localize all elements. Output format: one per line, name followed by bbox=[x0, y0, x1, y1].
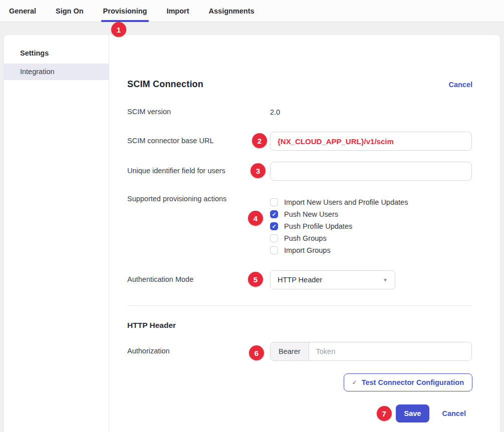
auth-mode-select[interactable]: HTTP Header ▼ bbox=[270, 270, 395, 289]
action-option-label: Push New Users bbox=[284, 210, 338, 218]
test-connector-label: Test Connector Configuration bbox=[362, 378, 464, 386]
provisioning-actions-label: Supported provisioning actions bbox=[127, 195, 270, 203]
checkmark-icon: ✓ bbox=[352, 379, 357, 386]
scim-version-row: SCIM version 2.0 bbox=[127, 108, 472, 117]
sidebar-item-integration[interactable]: Integration bbox=[4, 64, 109, 80]
chevron-down-icon: ▼ bbox=[383, 277, 388, 283]
action-option-label: Push Profile Updates bbox=[284, 222, 352, 230]
scim-version-label: SCIM version bbox=[127, 108, 270, 116]
annotation-badge-1: 1 bbox=[111, 22, 126, 37]
test-connector-button[interactable]: ✓ Test Connector Configuration bbox=[344, 373, 472, 391]
action-option-label: Import New Users and Profile Updates bbox=[284, 198, 408, 206]
annotation-badge-6: 6 bbox=[249, 345, 264, 360]
footer-cancel-link[interactable]: Cancel bbox=[442, 409, 466, 417]
tab-import[interactable]: Import bbox=[165, 0, 190, 22]
settings-sidebar: Settings Integration bbox=[4, 35, 109, 432]
panel-header: SCIM Connection Cancel bbox=[127, 79, 472, 90]
auth-mode-row: Authentication Mode 5 HTTP Header ▼ bbox=[127, 270, 472, 289]
auth-mode-selected-value: HTTP Header bbox=[278, 276, 322, 284]
checkbox-push-groups-icon[interactable] bbox=[270, 234, 278, 242]
annotation-badge-3: 3 bbox=[250, 163, 266, 178]
header-cancel-link[interactable]: Cancel bbox=[448, 81, 472, 89]
save-button[interactable]: Save bbox=[396, 404, 430, 422]
action-option-import-groups[interactable]: Import Groups bbox=[270, 244, 472, 256]
checkbox-push-new-users-icon[interactable] bbox=[270, 210, 278, 218]
token-input[interactable] bbox=[309, 342, 471, 360]
provisioning-card: Settings Integration SCIM Connection Can… bbox=[4, 35, 500, 432]
base-url-row: SCIM connector base URL 2 bbox=[127, 132, 472, 151]
base-url-label: SCIM connector base URL bbox=[127, 132, 270, 145]
action-option-push-new-users[interactable]: Push New Users bbox=[270, 208, 472, 220]
section-divider bbox=[127, 305, 472, 306]
action-option-label: Push Groups bbox=[284, 234, 327, 242]
unique-id-row: Unique identifier field for users 3 bbox=[127, 162, 472, 181]
checkbox-import-users-icon[interactable] bbox=[270, 198, 278, 206]
scim-connection-panel: SCIM Connection Cancel SCIM version 2.0 … bbox=[109, 35, 500, 432]
base-url-input[interactable] bbox=[270, 132, 472, 151]
tab-assignments[interactable]: Assignments bbox=[208, 0, 256, 22]
action-option-push-profile-updates[interactable]: Push Profile Updates bbox=[270, 220, 472, 232]
checkbox-push-profile-updates-icon[interactable] bbox=[270, 222, 278, 230]
app-tabbar: General Sign On Provisioning Import Assi… bbox=[0, 0, 504, 22]
unique-id-input[interactable] bbox=[270, 162, 472, 181]
tab-general[interactable]: General bbox=[8, 0, 37, 22]
annotation-badge-4: 4 bbox=[248, 211, 263, 226]
action-option-import-users[interactable]: Import New Users and Profile Updates bbox=[270, 196, 472, 208]
tab-provisioning[interactable]: Provisioning bbox=[102, 0, 148, 22]
annotation-badge-5: 5 bbox=[248, 272, 263, 287]
unique-id-label: Unique identifier field for users bbox=[127, 162, 270, 175]
test-connector-row: ✓ Test Connector Configuration bbox=[127, 373, 472, 391]
http-header-section-heading: HTTP Header bbox=[127, 321, 472, 330]
annotation-badge-7: 7 bbox=[377, 406, 392, 421]
authorization-input-group: Bearer bbox=[270, 342, 472, 361]
footer-actions-row: 7 Save Cancel bbox=[127, 404, 472, 422]
action-option-label: Import Groups bbox=[284, 246, 331, 254]
annotation-badge-2: 2 bbox=[252, 133, 267, 148]
provisioning-actions-row: Supported provisioning actions 4 Import … bbox=[127, 195, 472, 256]
sidebar-heading: Settings bbox=[4, 49, 109, 57]
checkbox-import-groups-icon[interactable] bbox=[270, 246, 278, 254]
bearer-prefix: Bearer bbox=[271, 342, 309, 360]
page-title: SCIM Connection bbox=[127, 79, 203, 90]
scim-version-value: 2.0 bbox=[270, 108, 280, 116]
tab-sign-on[interactable]: Sign On bbox=[55, 0, 85, 22]
authorization-row: Authorization 6 Bearer bbox=[127, 342, 472, 361]
action-option-push-groups[interactable]: Push Groups bbox=[270, 232, 472, 244]
